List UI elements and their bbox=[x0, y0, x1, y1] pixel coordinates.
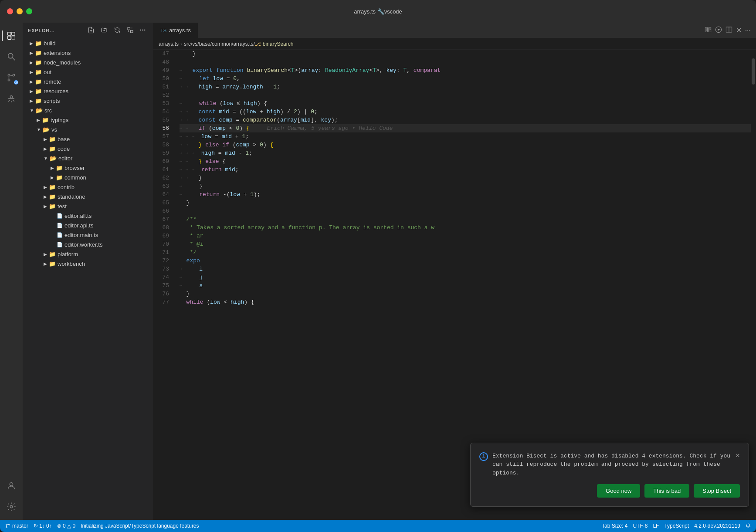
tree-item-test[interactable]: ▶ 📁 test bbox=[23, 201, 153, 211]
close-button[interactable] bbox=[7, 8, 13, 14]
tree-item-standalone[interactable]: ▶ 📁 standalone bbox=[23, 192, 153, 201]
folder-icon: 📁 bbox=[35, 98, 42, 104]
tree-item-resources[interactable]: ▶ 📁 resources bbox=[23, 86, 153, 96]
refresh-button[interactable] bbox=[112, 26, 122, 36]
ln-66: 66 bbox=[157, 207, 173, 215]
arrow-icon: ▶ bbox=[44, 194, 47, 199]
tree-item-workbench[interactable]: ▶ 📁 workbench bbox=[23, 259, 153, 268]
stop-bisect-button[interactable]: Stop Bisect bbox=[694, 484, 740, 498]
svg-point-22 bbox=[6, 524, 7, 525]
tree-item-typings[interactable]: ▶ 📁 typings bbox=[23, 115, 153, 125]
fold-arrow: → bbox=[180, 99, 186, 108]
breadcrumb-path[interactable]: src/vs/base/common/arrays.ts/ bbox=[184, 41, 255, 47]
tree-item-scripts[interactable]: ▶ 📁 scripts bbox=[23, 96, 153, 105]
code-editor[interactable]: 47 48 49 50 51 52 53 54 55 56 57 58 59 6… bbox=[153, 50, 756, 520]
arrow-icon: ▶ bbox=[44, 146, 47, 151]
sidebar-item-source-control[interactable] bbox=[2, 68, 21, 87]
fold-arrow: → bbox=[192, 166, 198, 174]
ln-60: 60 bbox=[157, 157, 173, 166]
sidebar-item-debug[interactable] bbox=[2, 89, 21, 108]
tree-item-editor-worker[interactable]: 📄 editor.worker.ts bbox=[23, 240, 153, 249]
fold-arrow: → bbox=[186, 149, 192, 157]
tree-item-node-modules[interactable]: ▶ 📁 node_modules bbox=[23, 58, 153, 67]
tree-item-common[interactable]: ▶ 📁 common bbox=[23, 173, 153, 182]
tree-item-contrib[interactable]: ▶ 📁 contrib bbox=[23, 182, 153, 192]
vertical-scrollbar[interactable] bbox=[751, 50, 756, 520]
more-tab-button[interactable]: ··· bbox=[745, 27, 751, 34]
tree-item-platform[interactable]: ▶ 📁 platform bbox=[23, 249, 153, 259]
sidebar-item-account[interactable] bbox=[2, 476, 21, 495]
tree-item-label: browser bbox=[64, 165, 85, 171]
tree-item-editor-api[interactable]: 📄 editor.api.ts bbox=[23, 220, 153, 230]
tree-item-extensions[interactable]: ▶ 📁 extensions bbox=[23, 48, 153, 58]
line-ending[interactable]: LF bbox=[653, 523, 659, 529]
fold-arrow: → bbox=[180, 166, 186, 174]
tree-item-editor-all[interactable]: 📄 editor.all.ts bbox=[23, 211, 153, 220]
new-folder-button[interactable] bbox=[99, 26, 109, 36]
tree-item-out[interactable]: ▶ 📁 out bbox=[23, 67, 153, 77]
code-line-66 bbox=[180, 207, 756, 215]
language-mode[interactable]: TypeScript bbox=[664, 523, 689, 529]
fold-arrow: → bbox=[186, 83, 192, 91]
file-tree: ▶ 📁 build ▶ 📁 extensions ▶ 📁 node_module… bbox=[23, 38, 153, 520]
folder-icon: 📁 bbox=[49, 203, 56, 210]
run-button[interactable] bbox=[715, 26, 722, 35]
tree-item-code[interactable]: ▶ 📁 code bbox=[23, 144, 153, 153]
breadcrumb-symbol[interactable]: binarySearch bbox=[263, 41, 294, 47]
tree-item-editor[interactable]: ▼ 📂 editor bbox=[23, 153, 153, 163]
sidebar-item-explorer[interactable] bbox=[2, 26, 21, 45]
split-editor-button[interactable] bbox=[725, 26, 732, 35]
code-line-62: → → } bbox=[180, 174, 756, 182]
code-line-65: } bbox=[180, 199, 756, 207]
version[interactable]: 4.2.0-dev.20201119 bbox=[694, 523, 740, 529]
git-branch[interactable]: master bbox=[5, 523, 28, 529]
sync-status[interactable]: ↻ 1↓ 0↑ bbox=[34, 523, 52, 529]
tree-item-label: editor.api.ts bbox=[64, 222, 94, 229]
tab-size[interactable]: Tab Size: 4 bbox=[602, 523, 627, 529]
tree-item-editor-main[interactable]: 📄 editor.main.ts bbox=[23, 230, 153, 240]
tree-item-label: test bbox=[58, 203, 67, 210]
sidebar-item-search[interactable] bbox=[2, 47, 21, 66]
status-left: master ↻ 1↓ 0↑ ⊗ 0 △ 0 Initializing Java… bbox=[5, 523, 199, 529]
new-file-button[interactable] bbox=[86, 26, 96, 36]
collapse-icon bbox=[127, 27, 134, 34]
good-now-button[interactable]: Good now bbox=[597, 484, 640, 498]
arrow-icon: ▶ bbox=[51, 166, 54, 170]
arrow-icon: ▶ bbox=[30, 70, 33, 75]
code-line-68: * Takes a sorted array and a function p.… bbox=[180, 224, 756, 232]
diff-button[interactable] bbox=[705, 26, 712, 35]
svg-point-6 bbox=[8, 79, 10, 81]
ln-77: 77 bbox=[157, 298, 173, 306]
tree-item-vs[interactable]: ▼ 📂 vs bbox=[23, 125, 153, 134]
git-icon bbox=[5, 523, 10, 529]
error-status[interactable]: ⊗ 0 △ 0 bbox=[57, 523, 75, 529]
minimize-button[interactable] bbox=[17, 8, 23, 14]
tree-item-src[interactable]: ▼ 📂 src bbox=[23, 105, 153, 115]
status-message[interactable]: Initializing JavaScript/TypeScript langu… bbox=[81, 523, 199, 529]
this-is-bad-button[interactable]: This is bad bbox=[644, 484, 689, 498]
tree-item-label: contrib bbox=[58, 184, 75, 190]
folder-icon: 📁 bbox=[56, 165, 63, 171]
tree-item-label: typings bbox=[51, 117, 68, 123]
notification-bell[interactable] bbox=[746, 523, 751, 529]
tree-item-remote[interactable]: ▶ 📁 remote bbox=[23, 77, 153, 86]
collapse-all-button[interactable] bbox=[125, 26, 136, 36]
tree-item-label: node_modules bbox=[44, 59, 81, 66]
sidebar-item-settings[interactable] bbox=[2, 497, 21, 516]
fold-arrow: → bbox=[186, 124, 192, 132]
close-editor-button[interactable]: ✕ bbox=[736, 26, 742, 34]
folder-open-icon: 📂 bbox=[43, 126, 50, 133]
tree-item-label: editor.main.ts bbox=[64, 232, 98, 238]
editor-tab-arrays[interactable]: TS arrays.ts bbox=[153, 23, 198, 38]
tree-item-browser[interactable]: ▶ 📁 browser bbox=[23, 163, 153, 173]
tree-item-build[interactable]: ▶ 📁 build bbox=[23, 38, 153, 48]
more-options-button[interactable]: ··· bbox=[138, 26, 148, 36]
bisect-close-button[interactable]: ✕ bbox=[736, 452, 740, 460]
breadcrumb-filename[interactable]: arrays.ts bbox=[159, 41, 179, 47]
tree-item-label: vs bbox=[51, 126, 57, 133]
encoding[interactable]: UTF-8 bbox=[633, 523, 648, 529]
tree-item-label: src bbox=[44, 107, 52, 114]
scrollbar-thumb[interactable] bbox=[752, 58, 755, 85]
maximize-button[interactable] bbox=[26, 8, 32, 14]
tree-item-base[interactable]: ▶ 📁 base bbox=[23, 134, 153, 144]
